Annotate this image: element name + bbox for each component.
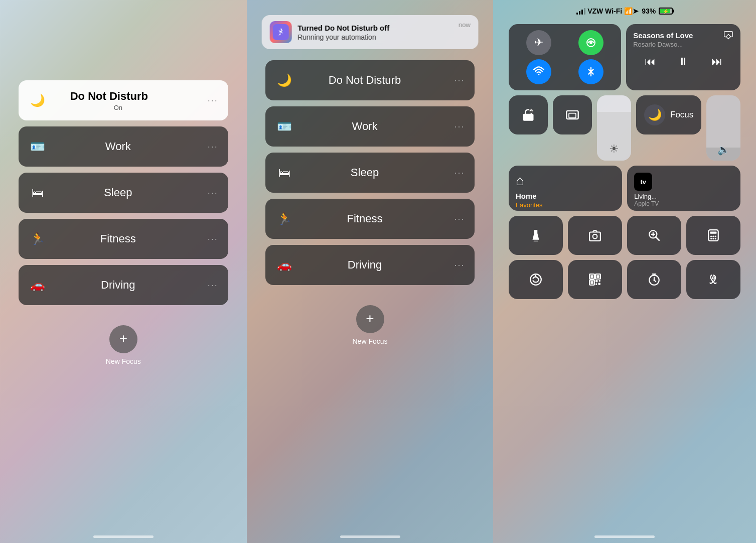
fitness-more-btn[interactable]: ··· [208,234,218,244]
calculator-btn[interactable] [686,216,740,255]
signal-bar-4 [584,8,585,15]
sleep2-label: Sleep [275,166,455,179]
fitness-item[interactable]: 🏃 Fitness ··· [19,219,228,259]
work-label: Work [29,140,208,153]
svg-rect-27 [599,280,600,282]
svg-rect-23 [596,275,599,278]
notif-subtitle: Running your automation [297,33,452,41]
svg-point-18 [715,238,716,239]
torch-btn[interactable] [509,216,563,255]
work-more-btn[interactable]: ··· [208,142,218,152]
dnd-more-btn[interactable]: ··· [208,95,218,106]
hearing-btn[interactable] [686,260,740,299]
focus-moon-icon: 🌙 [644,104,665,125]
rotation-lock-btn[interactable] [509,95,548,134]
cc-row-2: ☀ 🌙 Focus 🔈 [509,95,740,161]
svg-rect-29 [598,283,600,285]
brightness-icon: ☀ [609,143,619,156]
bluetooth-btn[interactable] [578,59,603,84]
work-item[interactable]: 🪪 Work ··· [19,126,228,167]
cc-row-3: ⌂ Home Favorites tv Living... Apple TV [509,166,740,211]
music-title: Seasons of Love [633,31,733,40]
svg-rect-7 [534,241,538,241]
connectivity-tile[interactable]: ✈ [509,24,621,90]
work2-label: Work [275,120,455,133]
home-tile-title: Home [516,192,615,200]
focus-list-2: 🌙 Do Not Disturb ··· 🪪 Work ··· 🛏 Sleep … [265,60,475,285]
svg-point-17 [713,238,714,239]
signal-area: VZW Wi-Fi 📶 [576,7,633,15]
sleep-more-btn[interactable]: ··· [208,188,218,198]
cc-row-5 [509,260,740,299]
new-focus-button-2[interactable]: + [356,305,384,333]
appletv-tile[interactable]: tv Living... Apple TV [627,166,740,211]
svg-rect-12 [710,231,717,233]
driving2-label: Driving [275,258,455,272]
focus-btn[interactable]: 🌙 Focus [636,95,701,134]
new-focus-area-1: + New Focus [106,325,141,365]
cc-row-4 [509,216,740,255]
panel-focus-dnd-on: 🌙 Do Not Disturb On ··· 🪪 Work ··· 🛏 Sle… [0,0,247,543]
battery-container: ⚡ [659,8,673,15]
right-status: ➤ 93% ⚡ [633,7,673,15]
airplane-mode-btn[interactable]: ✈ [526,30,551,55]
fitness-item-2[interactable]: 🏃 Fitness ··· [265,199,475,239]
new-focus-label-2: New Focus [352,337,387,345]
driving2-more-btn[interactable]: ··· [454,260,465,270]
driving-more-btn[interactable]: ··· [208,280,218,291]
sleep-item-2[interactable]: 🛏 Sleep ··· [265,153,475,193]
cc-row-1: ✈ [509,24,740,90]
dnd-sublabel: On [114,104,122,111]
appletv-label: Living... [634,193,733,200]
sleep2-more-btn[interactable]: ··· [454,168,465,178]
fitness2-label: Fitness [275,212,455,225]
shortcuts-icon [269,21,291,43]
svg-point-32 [712,277,714,279]
timer-btn[interactable] [627,260,681,299]
music-tile[interactable]: Seasons of Love Rosario Dawso... ⏮ ⏸ ⏭ [626,24,740,90]
volume-slider[interactable]: 🔈 [706,95,740,161]
sleep-item[interactable]: 🛏 Sleep ··· [19,173,228,213]
appletv-logo: tv [640,178,646,186]
brightness-slider[interactable]: ☀ [597,95,631,161]
appletv-badge: tv [634,173,652,191]
signal-bar-2 [579,11,580,15]
driving-item-2[interactable]: 🚗 Driving ··· [265,245,475,285]
dnd-item-active[interactable]: 🌙 Do Not Disturb On ··· [19,80,228,120]
dnd-item-inactive[interactable]: 🌙 Do Not Disturb ··· [265,60,475,100]
play-pause-btn[interactable]: ⏸ [678,55,689,68]
prev-track-btn[interactable]: ⏮ [645,55,656,68]
svg-point-14 [713,236,714,237]
svg-point-13 [710,236,712,237]
home-indicator-2 [340,535,400,538]
lightning-icon: ⚡ [663,9,669,14]
music-artist: Rosario Dawso... [633,41,733,48]
appletv-sublabel: Apple TV [634,200,733,207]
plus-icon-1: + [119,332,127,346]
fitness-label: Fitness [29,232,208,245]
fitness2-more-btn[interactable]: ··· [454,214,465,224]
battery-pct-label: 93% [642,7,656,15]
svg-point-3 [538,74,540,75]
qr-scanner-btn[interactable] [568,260,622,299]
wifi-btn[interactable] [526,59,551,84]
work-item-2[interactable]: 🪪 Work ··· [265,106,475,147]
shazam-btn[interactable] [509,260,563,299]
home-indicator-1 [93,535,154,538]
home-tile[interactable]: ⌂ Home Favorites [509,166,622,211]
status-bar: VZW Wi-Fi 📶 ➤ 93% ⚡ [572,0,677,19]
cellular-btn[interactable] [578,30,603,55]
work2-more-btn[interactable]: ··· [454,121,465,132]
notif-title: Turned Do Not Disturb off [297,24,452,32]
driving-item[interactable]: 🚗 Driving ··· [19,265,228,305]
camera-btn[interactable] [568,216,622,255]
airplay-icon[interactable] [723,30,733,43]
magnifier-btn[interactable] [627,216,681,255]
dnd-label: Do Not Disturb [70,90,148,103]
sleep-label: Sleep [29,186,208,199]
new-focus-button-1[interactable]: + [109,325,137,353]
dnd2-more-btn[interactable]: ··· [454,75,465,86]
next-track-btn[interactable]: ⏭ [711,55,722,68]
screen-mirror-btn[interactable] [553,95,592,134]
notification-banner[interactable]: Turned Do Not Disturb off Running your a… [261,15,479,49]
